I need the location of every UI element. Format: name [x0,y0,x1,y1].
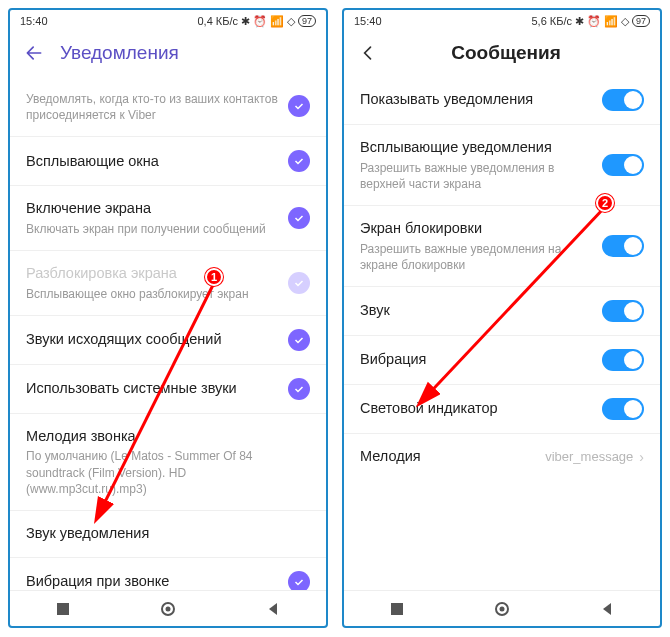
row-ringtone[interactable]: Мелодия звонка По умолчанию (Le Matos - … [10,413,326,510]
status-bar: 15:40 5,6 КБ/с ✱ ⏰ 📶 ◇ 97 [344,10,660,32]
svg-point-3 [165,606,170,611]
status-bar: 15:40 0,4 КБ/с ✱ ⏰ 📶 ◇ 97 [10,10,326,32]
status-time: 15:40 [354,15,382,27]
row-sub: Уведомлять, когда кто-то из ваших контак… [26,91,278,123]
page-title: Сообщения [394,42,646,64]
row-title: Разблокировка экрана [26,264,278,284]
row-vibrate-on-call[interactable]: Вибрация при звонке [10,557,326,590]
nav-recent-icon[interactable] [389,601,405,617]
battery-icon: 97 [632,15,650,27]
row-screen-on[interactable]: Включение экрана Включать экран при полу… [10,185,326,250]
row-title: Экран блокировки [360,219,592,239]
row-title: Звук уведомления [26,524,300,544]
annotation-marker: 1 [205,268,223,286]
row-show-notifications[interactable]: Показывать уведомления [344,76,660,124]
bluetooth-icon: ✱ [241,15,250,28]
wifi-icon: ◇ [621,15,629,28]
row-melody[interactable]: Мелодия viber_message › [344,433,660,480]
bluetooth-icon: ✱ [575,15,584,28]
row-title: Звук [360,301,592,321]
row-title: Включение экрана [26,199,278,219]
row-value: viber_message [545,449,633,464]
svg-rect-5 [391,603,403,615]
check-icon[interactable] [288,95,310,117]
alarm-icon: ⏰ [587,15,601,28]
row-light-indicator[interactable]: Световой индикатор [344,384,660,433]
check-icon [288,272,310,294]
row-sound[interactable]: Звук [344,286,660,335]
status-right: 0,4 КБ/с ✱ ⏰ 📶 ◇ 97 [197,15,316,28]
check-icon[interactable] [288,571,310,590]
row-system-sounds[interactable]: Использовать системные звуки [10,364,326,413]
nav-home-icon[interactable] [160,601,176,617]
row-title: Мелодия [360,447,535,467]
toggle-switch[interactable] [602,300,644,322]
row-sub: Включать экран при получении сообщений [26,221,278,237]
row-sub: Разрешить важные уведомления в верхней ч… [360,160,592,192]
status-net: 5,6 КБ/с [531,15,572,27]
check-icon[interactable] [288,150,310,172]
row-popups[interactable]: Всплывающие окна [10,136,326,185]
alarm-icon: ⏰ [253,15,267,28]
row-sub: Всплывающее окно разблокирует экран [26,286,278,302]
toggle-switch[interactable] [602,398,644,420]
check-icon[interactable] [288,207,310,229]
phone-left: 15:40 0,4 КБ/с ✱ ⏰ 📶 ◇ 97 Уведомления Ув… [8,8,328,628]
row-popup-notifications[interactable]: Всплывающие уведомления Разрешить важные… [344,124,660,205]
row-title: Вибрация [360,350,592,370]
page-title: Уведомления [60,42,312,64]
toggle-switch[interactable] [602,349,644,371]
row-title: Всплывающие окна [26,152,278,172]
battery-icon: 97 [298,15,316,27]
row-title: Вибрация при звонке [26,572,278,590]
nav-recent-icon[interactable] [55,601,71,617]
check-icon[interactable] [288,329,310,351]
back-chevron-icon[interactable] [358,43,378,63]
phone-right: 15:40 5,6 КБ/с ✱ ⏰ 📶 ◇ 97 Сообщения Пока… [342,8,662,628]
svg-point-7 [499,606,504,611]
row-notification-sound[interactable]: Звук уведомления [10,510,326,557]
status-time: 15:40 [20,15,48,27]
toggle-switch[interactable] [602,89,644,111]
svg-rect-1 [57,603,69,615]
row-title: Звуки исходящих сообщений [26,330,278,350]
row-sub: По умолчанию (Le Matos - Summer Of 84 so… [26,448,300,497]
nav-back-icon[interactable] [265,601,281,617]
row-title: Мелодия звонка [26,427,300,447]
wifi-icon: ◇ [287,15,295,28]
nav-home-icon[interactable] [494,601,510,617]
row-title: Всплывающие уведомления [360,138,592,158]
signal-icon: 📶 [270,15,284,28]
annotation-marker: 2 [596,194,614,212]
status-net: 0,4 КБ/с [197,15,238,27]
row-sub: Разрешить важные уведомления на экране б… [360,241,592,273]
row-title: Световой индикатор [360,399,592,419]
check-icon[interactable] [288,378,310,400]
back-arrow-icon[interactable] [24,43,44,63]
settings-list: Уведомлять, когда кто-то из ваших контак… [10,76,326,590]
row-contact-joined[interactable]: Уведомлять, когда кто-то из ваших контак… [10,76,326,136]
toggle-switch[interactable] [602,154,644,176]
chevron-right-icon: › [639,449,644,465]
status-right: 5,6 КБ/с ✱ ⏰ 📶 ◇ 97 [531,15,650,28]
signal-icon: 📶 [604,15,618,28]
row-outgoing-sounds[interactable]: Звуки исходящих сообщений [10,315,326,364]
row-unlock-screen: Разблокировка экрана Всплывающее окно ра… [10,250,326,315]
header: Сообщения [344,32,660,76]
row-vibration[interactable]: Вибрация [344,335,660,384]
nav-bar [10,590,326,626]
nav-back-icon[interactable] [599,601,615,617]
nav-bar [344,590,660,626]
row-lock-screen[interactable]: Экран блокировки Разрешить важные уведом… [344,205,660,286]
toggle-switch[interactable] [602,235,644,257]
settings-list: Показывать уведомления Всплывающие уведо… [344,76,660,590]
row-title: Использовать системные звуки [26,379,278,399]
row-title: Показывать уведомления [360,90,592,110]
header: Уведомления [10,32,326,76]
